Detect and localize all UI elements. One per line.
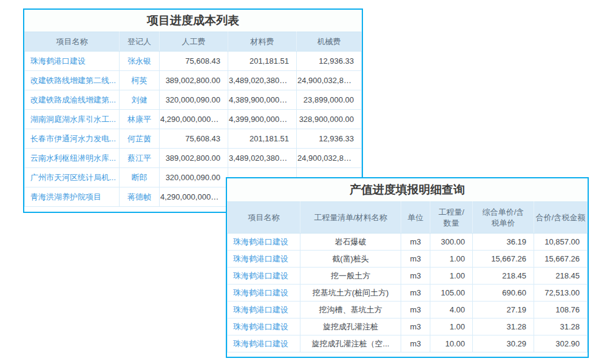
project-name-link[interactable]: 改建铁路线增建第二线...	[25, 71, 120, 90]
boq-item-cell: 截(凿)桩头	[300, 251, 401, 268]
column-header-material-cost: 材料费	[228, 32, 297, 52]
table-row: 珠海鹤港口建设 张永银 75,608.43 201,181.51 12,936.…	[25, 52, 362, 71]
material-cost-cell: 201,181.51	[228, 129, 297, 149]
material-cost-cell: 4,389,900,000.00	[228, 90, 297, 110]
cost-table-header-row: 项目名称 登记人 人工费 材料费 机械费	[25, 32, 362, 52]
table-row: 改建铁路线增建第二线... 柯英 389,002,800.00 3,489,02…	[25, 71, 362, 90]
machine-cost-cell: 23,899,000.00	[297, 90, 362, 110]
project-name-link[interactable]: 珠海鹤港口建设	[228, 251, 300, 268]
project-name-link[interactable]: 珠海鹤港口建设	[228, 285, 300, 302]
column-header-boq-material-name: 工程量清单/材料名称	[300, 202, 401, 234]
total-price-cell: 108.76	[534, 302, 588, 318]
labor-cost-cell: 389,002,800.00	[160, 149, 228, 168]
project-name-link[interactable]: 湖南洞庭湖水库引水工...	[25, 110, 120, 129]
project-name-link[interactable]: 改建铁路成渝线增建第...	[25, 90, 120, 110]
project-name-link[interactable]: 珠海鹤港口建设	[228, 302, 300, 318]
material-cost-cell: 3,489,020,380.00	[228, 71, 297, 90]
table-row: 珠海鹤港口建设 岩石爆破 m3 300.00 36.19 10,857.00	[228, 234, 588, 251]
material-cost-cell: 3,489,020,380.00	[228, 149, 297, 168]
table-row: 湖南洞庭湖水库引水工... 林康平 4,290,000,000.00 4,399…	[25, 110, 362, 129]
labor-cost-cell: 389,002,800.00	[160, 71, 228, 90]
column-header-machine-cost: 机械费	[297, 32, 362, 52]
table-row: 珠海鹤港口建设 旋挖成孔灌注桩（空... m3 10.00 30.29 302.…	[228, 335, 588, 352]
cost-table-title: 项目进度成本列表	[24, 10, 362, 32]
labor-cost-cell: 320,000,090.00	[160, 90, 228, 110]
boq-item-cell: 旋挖成孔灌注桩	[300, 318, 401, 335]
registrant-link[interactable]: 柯英	[120, 71, 160, 90]
project-name-link[interactable]: 珠海鹤港口建设	[228, 234, 300, 251]
labor-cost-cell: 4,290,000,000.00	[160, 187, 228, 207]
table-row: 珠海鹤港口建设 挖沟槽、基坑土方 m3 4.00 27.19 108.76	[228, 302, 588, 318]
registrant-link[interactable]: 蔡江平	[120, 149, 160, 168]
boq-item-cell: 挖沟槽、基坑土方	[300, 302, 401, 318]
material-cost-cell: 201,181.51	[228, 52, 297, 71]
total-price-cell: 10,857.00	[534, 234, 588, 251]
quantity-cell: 4.00	[430, 302, 473, 318]
registrant-link[interactable]: 断郎	[120, 168, 160, 187]
project-name-link[interactable]: 长春市伊通河水力发电...	[25, 129, 120, 149]
table-row: 珠海鹤港口建设 旋挖成孔灌注桩 m3 1.00 31.28 31.28	[228, 318, 588, 335]
boq-item-cell: 岩石爆破	[300, 234, 401, 251]
project-name-link[interactable]: 珠海鹤港口建设	[228, 268, 300, 285]
table-row: 珠海鹤港口建设 截(凿)桩头 m3 1.00 15,667.26 15,667.…	[228, 251, 588, 268]
machine-cost-cell: 24,900,032,800.00	[297, 71, 362, 90]
output-table-header-row: 项目名称 工程量清单/材料名称 单位 工程量/ 数量 综合单价/含 税单价 合价…	[228, 202, 588, 234]
material-cost-cell: 4,399,900,000.00	[228, 110, 297, 129]
table-row: 云南水利枢纽潜明水库... 蔡江平 389,002,800.00 3,489,0…	[25, 149, 362, 168]
column-header-project-name: 项目名称	[228, 202, 300, 234]
table-row: 珠海鹤港口建设 挖一般土方 m3 1.00 218.45 218.45	[228, 268, 588, 285]
unit-price-cell: 690.60	[473, 285, 534, 302]
column-header-total-price: 合价/含税金额	[534, 202, 588, 234]
output-table: 项目名称 工程量清单/材料名称 单位 工程量/ 数量 综合单价/含 税单价 合价…	[227, 201, 588, 352]
total-price-cell: 302.90	[534, 335, 588, 352]
labor-cost-cell: 320,000,090.00	[160, 168, 228, 187]
machine-cost-cell: 24,900,032,800.00	[297, 149, 362, 168]
total-price-cell: 31.28	[534, 318, 588, 335]
unit-cell: m3	[401, 302, 430, 318]
project-name-link[interactable]: 珠海鹤港口建设	[25, 52, 120, 71]
machine-cost-cell: 12,936.33	[297, 52, 362, 71]
total-price-cell: 218.45	[534, 268, 588, 285]
registrant-link[interactable]: 何芷茵	[120, 129, 160, 149]
table-row: 珠海鹤港口建设 挖基坑土方(桩间土方) m3 105.00 690.60 72,…	[228, 285, 588, 302]
unit-price-cell: 218.45	[473, 268, 534, 285]
quantity-cell: 105.00	[430, 285, 473, 302]
quantity-cell: 300.00	[430, 234, 473, 251]
machine-cost-cell: 12,936.33	[297, 129, 362, 149]
quantity-cell: 1.00	[430, 251, 473, 268]
column-header-registrant: 登记人	[120, 32, 160, 52]
registrant-link[interactable]: 张永银	[120, 52, 160, 71]
table-row: 长春市伊通河水力发电... 何芷茵 75,608.43 201,181.51 1…	[25, 129, 362, 149]
unit-cell: m3	[401, 234, 430, 251]
unit-price-cell: 30.29	[473, 335, 534, 352]
project-name-link[interactable]: 广州市天河区统计局机...	[25, 168, 120, 187]
quantity-cell: 1.00	[430, 318, 473, 335]
boq-item-cell: 旋挖成孔灌注桩（空...	[300, 335, 401, 352]
unit-cell: m3	[401, 285, 430, 302]
column-header-unit-price: 综合单价/含 税单价	[473, 202, 534, 234]
column-header-quantity: 工程量/ 数量	[430, 202, 473, 234]
project-name-link[interactable]: 青海洪湖养护院项目	[25, 187, 120, 207]
registrant-link[interactable]: 刘健	[120, 90, 160, 110]
registrant-link[interactable]: 蒋德帧	[120, 187, 160, 207]
labor-cost-cell: 75,608.43	[160, 129, 228, 149]
total-price-cell: 15,667.26	[534, 251, 588, 268]
boq-item-cell: 挖基坑土方(桩间土方)	[300, 285, 401, 302]
project-name-link[interactable]: 珠海鹤港口建设	[228, 318, 300, 335]
table-row: 改建铁路成渝线增建第... 刘健 320,000,090.00 4,389,90…	[25, 90, 362, 110]
unit-cell: m3	[401, 251, 430, 268]
column-header-project-name: 项目名称	[25, 32, 120, 52]
total-price-cell: 72,513.00	[534, 285, 588, 302]
unit-price-cell: 31.28	[473, 318, 534, 335]
registrant-link[interactable]: 林康平	[120, 110, 160, 129]
machine-cost-cell: 328,900,000.00	[297, 110, 362, 129]
unit-price-cell: 36.19	[473, 234, 534, 251]
labor-cost-cell: 75,608.43	[160, 52, 228, 71]
output-table-panel: 产值进度填报明细查询 项目名称 工程量清单/材料名称 单位 工程量/ 数量 综合…	[226, 177, 589, 358]
unit-price-cell: 27.19	[473, 302, 534, 318]
project-name-link[interactable]: 珠海鹤港口建设	[228, 335, 300, 352]
boq-item-cell: 挖一般土方	[300, 268, 401, 285]
project-name-link[interactable]: 云南水利枢纽潜明水库...	[25, 149, 120, 168]
labor-cost-cell: 4,290,000,000.00	[160, 110, 228, 129]
quantity-cell: 1.00	[430, 268, 473, 285]
